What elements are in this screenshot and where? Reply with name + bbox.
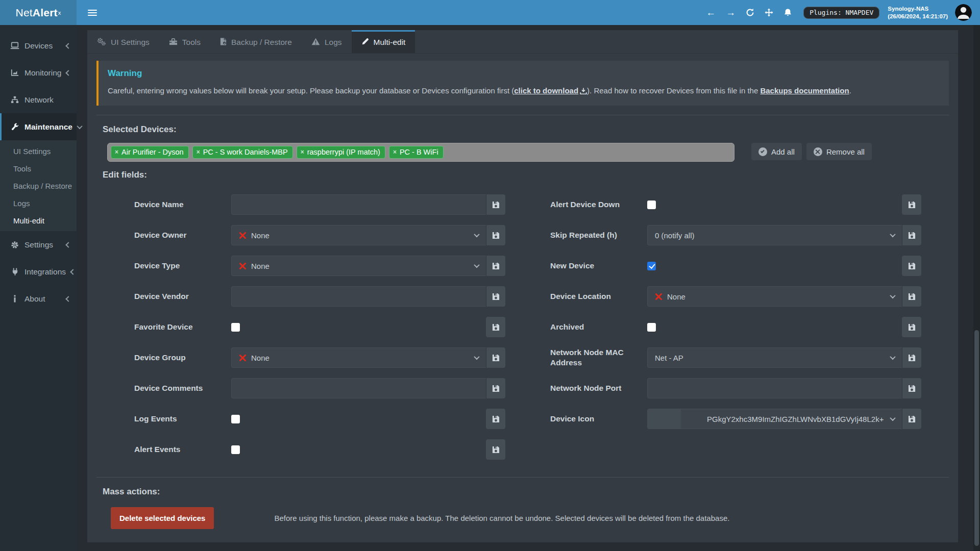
remove-tag-icon[interactable]: × xyxy=(197,148,200,156)
sidebar-item-devices[interactable]: Devices xyxy=(0,32,77,59)
warning-title: Warning xyxy=(108,68,940,79)
save-button[interactable] xyxy=(486,439,505,460)
save-button[interactable] xyxy=(902,225,921,245)
submenu-item-logs[interactable]: Logs xyxy=(0,194,77,212)
save-button[interactable] xyxy=(902,347,921,368)
sidebar-toggle-hamburger-icon[interactable] xyxy=(84,7,101,19)
save-button[interactable] xyxy=(486,256,505,276)
network-node-mac-select[interactable]: Net - AP xyxy=(647,347,902,368)
download-backup-link[interactable]: click to download xyxy=(514,86,587,95)
notifications-bell-icon[interactable] xyxy=(783,8,792,17)
remove-tag-icon[interactable]: × xyxy=(393,148,397,156)
host-info: Synology-NAS (26/06/2024, 14:21:07) xyxy=(888,5,948,20)
chevron-down-icon xyxy=(474,354,479,360)
device-tag[interactable]: ×PC - B WiFi xyxy=(389,146,444,159)
remove-tag-icon[interactable]: × xyxy=(301,148,304,156)
device-vendor-input[interactable] xyxy=(231,286,486,307)
field-row-alert-events: Alert Events xyxy=(134,434,505,465)
edit-fields-right-column: Alert Device Down Skip Repeated (h) 0 (n… xyxy=(550,189,921,465)
device-icon-select[interactable]: PGkgY2xhc3M9ImZhIGZhLWNvbXB1dGVyIj48L2k+ xyxy=(647,409,902,429)
save-button[interactable] xyxy=(486,194,505,215)
sidebar-item-about[interactable]: About xyxy=(0,285,77,312)
save-button[interactable] xyxy=(902,286,921,307)
tab-tools[interactable]: Tools xyxy=(159,30,210,53)
delete-selected-devices-button[interactable]: Delete selected devices xyxy=(111,507,214,529)
field-label: Log Events xyxy=(134,414,231,424)
new-device-checkbox[interactable] xyxy=(647,262,656,270)
sidebar-item-label: About xyxy=(24,294,61,304)
favorite-device-checkbox[interactable] xyxy=(231,323,240,332)
archived-checkbox[interactable] xyxy=(647,323,656,332)
add-all-label: Add all xyxy=(771,147,795,156)
nav-forward-icon[interactable]: → xyxy=(726,7,736,18)
network-node-port-input[interactable] xyxy=(647,378,902,398)
chevron-left-icon xyxy=(65,242,71,247)
sidebar-item-maintenance[interactable]: Maintenance xyxy=(0,113,77,140)
save-button[interactable] xyxy=(486,378,505,398)
plugins-status-badge[interactable]: Plugins: NMAPDEV xyxy=(803,7,879,19)
toolbox-icon xyxy=(169,38,178,47)
save-button[interactable] xyxy=(486,317,505,337)
skip-repeated-select[interactable]: 0 (notify all) xyxy=(647,225,902,245)
pencil-icon xyxy=(361,38,369,47)
device-group-select[interactable]: None xyxy=(231,347,486,368)
device-tag[interactable]: ×Air Purifier - Dyson xyxy=(111,146,189,159)
save-button[interactable] xyxy=(902,378,921,398)
tab-logs[interactable]: Logs xyxy=(302,30,352,53)
backups-documentation-link[interactable]: Backups documentation xyxy=(760,86,849,95)
selected-devices-multiselect[interactable]: ×Air Purifier - Dyson ×PC - S work Danie… xyxy=(107,143,734,162)
submenu-item-ui-settings[interactable]: UI Settings xyxy=(0,142,77,160)
tab-label: Tools xyxy=(182,38,201,47)
field-label: Network Node Port xyxy=(550,383,647,393)
remove-all-button[interactable]: Remove all xyxy=(806,143,872,160)
submenu-item-backup-restore[interactable]: Backup / Restore xyxy=(0,177,77,194)
device-tag[interactable]: ×PC - S work Daniels-MBP xyxy=(192,146,293,159)
sitemap-icon xyxy=(10,96,19,104)
device-comments-input[interactable] xyxy=(231,378,486,398)
remove-tag-icon[interactable]: × xyxy=(115,148,118,156)
tab-ui-settings[interactable]: UI Settings xyxy=(87,30,159,53)
save-button[interactable] xyxy=(486,347,505,368)
save-button[interactable] xyxy=(486,286,505,307)
move-arrows-icon[interactable] xyxy=(765,8,773,17)
field-label: Alert Events xyxy=(134,444,231,455)
field-label: Device Owner xyxy=(134,230,231,240)
save-button[interactable] xyxy=(486,225,505,245)
user-avatar[interactable] xyxy=(955,4,972,21)
red-x-icon xyxy=(655,293,663,300)
vertical-scrollbar[interactable] xyxy=(973,25,980,551)
device-type-select[interactable]: None xyxy=(231,256,486,276)
refresh-icon[interactable] xyxy=(746,8,754,17)
sidebar-item-network[interactable]: Network xyxy=(0,86,77,113)
device-name-input[interactable] xyxy=(231,194,486,215)
edit-fields-left-column: Device Name Device Owner N xyxy=(134,189,505,465)
tab-backup-restore[interactable]: Backup / Restore xyxy=(210,30,302,53)
save-button[interactable] xyxy=(902,317,921,337)
log-events-checkbox[interactable] xyxy=(231,415,240,423)
device-location-select[interactable]: None xyxy=(647,286,902,307)
alert-device-down-checkbox[interactable] xyxy=(647,201,656,209)
field-label: Network Node MAC Address xyxy=(550,347,647,368)
gears-icon xyxy=(97,38,106,47)
save-button[interactable] xyxy=(902,194,921,215)
tab-multi-edit[interactable]: Multi-edit xyxy=(352,30,415,53)
alert-events-checkbox[interactable] xyxy=(231,445,240,454)
scrollbar-thumb[interactable] xyxy=(974,330,979,546)
field-label: Alert Device Down xyxy=(550,199,647,210)
app-logo[interactable]: NetAlertx xyxy=(0,0,77,25)
sidebar-item-settings[interactable]: Settings xyxy=(0,231,77,258)
save-button[interactable] xyxy=(486,409,505,429)
submenu-item-multi-edit[interactable]: Multi-edit xyxy=(0,212,77,229)
nav-back-icon[interactable]: ← xyxy=(706,7,716,18)
chevron-down-icon xyxy=(474,232,479,237)
sidebar-item-monitoring[interactable]: Monitoring xyxy=(0,59,77,86)
device-tag[interactable]: ×raspberrypi (IP match) xyxy=(297,146,385,159)
sidebar-item-integrations[interactable]: Integrations xyxy=(0,258,77,285)
save-button[interactable] xyxy=(902,409,921,429)
select-value: None xyxy=(251,354,270,362)
add-all-button[interactable]: Add all xyxy=(751,143,802,160)
device-owner-select[interactable]: None xyxy=(231,225,486,245)
warning-triangle-icon xyxy=(311,38,320,47)
save-button[interactable] xyxy=(902,256,921,276)
submenu-item-tools[interactable]: Tools xyxy=(0,160,77,177)
